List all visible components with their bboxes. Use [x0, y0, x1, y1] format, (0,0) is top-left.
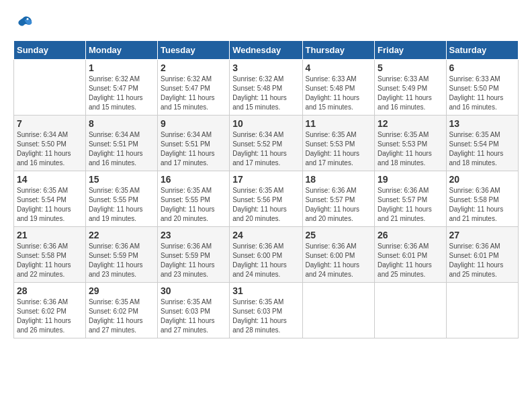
day-info: Sunrise: 6:33 AMSunset: 5:48 PMDaylight:… [306, 75, 372, 112]
day-info: Sunrise: 6:36 AMSunset: 6:01 PMDaylight:… [378, 242, 443, 279]
day-info: Sunrise: 6:34 AMSunset: 5:50 PMDaylight:… [17, 130, 83, 168]
calendar-cell: 23Sunrise: 6:36 AMSunset: 5:59 PMDayligh… [157, 227, 229, 283]
day-number: 15 [89, 174, 154, 185]
day-number: 17 [232, 174, 299, 185]
calendar-cell: 31Sunrise: 6:35 AMSunset: 6:03 PMDayligh… [230, 283, 302, 338]
calendar-cell: 12Sunrise: 6:35 AMSunset: 5:53 PMDayligh… [375, 116, 446, 171]
day-info: Sunrise: 6:36 AMSunset: 5:58 PMDaylight:… [17, 242, 83, 279]
calendar-cell: 16Sunrise: 6:35 AMSunset: 5:55 PMDayligh… [157, 171, 229, 227]
calendar-week-row: 21Sunrise: 6:36 AMSunset: 5:58 PMDayligh… [14, 227, 519, 283]
calendar-cell: 21Sunrise: 6:36 AMSunset: 5:58 PMDayligh… [14, 227, 86, 283]
calendar-cell: 17Sunrise: 6:35 AMSunset: 5:56 PMDayligh… [230, 171, 302, 227]
day-info: Sunrise: 6:35 AMSunset: 6:02 PMDaylight:… [89, 298, 154, 335]
calendar-cell: 29Sunrise: 6:35 AMSunset: 6:02 PMDayligh… [85, 283, 157, 338]
calendar-table: SundayMondayTuesdayWednesdayThursdayFrid… [13, 40, 519, 338]
day-number: 31 [232, 285, 299, 296]
calendar-cell: 27Sunrise: 6:36 AMSunset: 6:01 PMDayligh… [446, 227, 518, 283]
calendar-cell: 26Sunrise: 6:36 AMSunset: 6:01 PMDayligh… [375, 227, 446, 283]
day-number: 22 [89, 230, 154, 240]
day-info: Sunrise: 6:35 AMSunset: 6:03 PMDaylight:… [232, 298, 299, 335]
calendar-cell [375, 283, 446, 338]
day-info: Sunrise: 6:36 AMSunset: 6:00 PMDaylight:… [232, 242, 299, 279]
day-number: 30 [161, 285, 226, 296]
day-info: Sunrise: 6:33 AMSunset: 5:50 PMDaylight:… [449, 75, 515, 112]
column-header-wednesday: Wednesday [230, 41, 302, 60]
day-info: Sunrise: 6:36 AMSunset: 6:01 PMDaylight:… [449, 242, 515, 279]
day-info: Sunrise: 6:32 AMSunset: 5:47 PMDaylight:… [89, 75, 154, 112]
day-number: 2 [161, 62, 226, 73]
calendar-cell: 7Sunrise: 6:34 AMSunset: 5:50 PMDaylight… [14, 116, 86, 171]
day-info: Sunrise: 6:35 AMSunset: 5:55 PMDaylight:… [89, 186, 154, 224]
day-number: 1 [89, 62, 154, 73]
calendar-header-row: SundayMondayTuesdayWednesdayThursdayFrid… [14, 41, 519, 60]
logo-bird-icon [13, 13, 34, 34]
column-header-saturday: Saturday [446, 41, 518, 60]
calendar-cell: 10Sunrise: 6:34 AMSunset: 5:52 PMDayligh… [230, 116, 302, 171]
calendar-cell: 20Sunrise: 6:36 AMSunset: 5:58 PMDayligh… [446, 171, 518, 227]
column-header-monday: Monday [85, 41, 157, 60]
calendar-cell: 24Sunrise: 6:36 AMSunset: 6:00 PMDayligh… [230, 227, 302, 283]
day-info: Sunrise: 6:35 AMSunset: 5:53 PMDaylight:… [306, 130, 372, 168]
calendar-cell: 28Sunrise: 6:36 AMSunset: 6:02 PMDayligh… [14, 283, 86, 338]
calendar-cell: 3Sunrise: 6:32 AMSunset: 5:48 PMDaylight… [230, 60, 302, 116]
day-number: 25 [306, 230, 372, 240]
day-number: 6 [449, 62, 515, 73]
calendar-cell: 15Sunrise: 6:35 AMSunset: 5:55 PMDayligh… [85, 171, 157, 227]
calendar-cell: 25Sunrise: 6:36 AMSunset: 6:00 PMDayligh… [302, 227, 375, 283]
calendar-cell: 4Sunrise: 6:33 AMSunset: 5:48 PMDaylight… [302, 60, 375, 116]
day-info: Sunrise: 6:36 AMSunset: 5:58 PMDaylight:… [449, 186, 515, 224]
day-info: Sunrise: 6:36 AMSunset: 5:59 PMDaylight:… [161, 242, 226, 279]
day-info: Sunrise: 6:33 AMSunset: 5:49 PMDaylight:… [378, 75, 443, 112]
day-number: 29 [89, 285, 154, 296]
calendar-cell: 22Sunrise: 6:36 AMSunset: 5:59 PMDayligh… [85, 227, 157, 283]
day-info: Sunrise: 6:35 AMSunset: 6:03 PMDaylight:… [161, 298, 226, 335]
logo [13, 13, 36, 34]
calendar-cell [446, 283, 518, 338]
calendar-cell: 6Sunrise: 6:33 AMSunset: 5:50 PMDaylight… [446, 60, 518, 116]
svg-point-0 [27, 18, 29, 20]
day-number: 14 [17, 174, 83, 185]
calendar-cell: 19Sunrise: 6:36 AMSunset: 5:57 PMDayligh… [375, 171, 446, 227]
calendar-cell: 9Sunrise: 6:34 AMSunset: 5:51 PMDaylight… [157, 116, 229, 171]
column-header-thursday: Thursday [302, 41, 375, 60]
page-header [13, 13, 519, 34]
day-number: 21 [17, 230, 83, 240]
day-number: 16 [161, 174, 226, 185]
calendar-cell: 8Sunrise: 6:34 AMSunset: 5:51 PMDaylight… [85, 116, 157, 171]
day-number: 27 [449, 230, 515, 240]
day-info: Sunrise: 6:34 AMSunset: 5:52 PMDaylight:… [232, 130, 299, 168]
calendar-cell: 5Sunrise: 6:33 AMSunset: 5:49 PMDaylight… [375, 60, 446, 116]
day-info: Sunrise: 6:34 AMSunset: 5:51 PMDaylight:… [161, 130, 226, 168]
day-info: Sunrise: 6:35 AMSunset: 5:54 PMDaylight:… [449, 130, 515, 168]
day-number: 9 [161, 118, 226, 129]
day-number: 4 [306, 62, 372, 73]
day-info: Sunrise: 6:36 AMSunset: 5:57 PMDaylight:… [306, 186, 372, 224]
calendar-week-row: 7Sunrise: 6:34 AMSunset: 5:50 PMDaylight… [14, 116, 519, 171]
day-info: Sunrise: 6:36 AMSunset: 5:59 PMDaylight:… [89, 242, 154, 279]
day-info: Sunrise: 6:32 AMSunset: 5:47 PMDaylight:… [161, 75, 226, 112]
day-number: 13 [449, 118, 515, 129]
column-header-friday: Friday [375, 41, 446, 60]
day-info: Sunrise: 6:35 AMSunset: 5:56 PMDaylight:… [232, 186, 299, 224]
calendar-week-row: 28Sunrise: 6:36 AMSunset: 6:02 PMDayligh… [14, 283, 519, 338]
day-number: 7 [17, 118, 83, 129]
calendar-cell: 2Sunrise: 6:32 AMSunset: 5:47 PMDaylight… [157, 60, 229, 116]
day-number: 8 [89, 118, 154, 129]
calendar-cell: 1Sunrise: 6:32 AMSunset: 5:47 PMDaylight… [85, 60, 157, 116]
day-info: Sunrise: 6:32 AMSunset: 5:48 PMDaylight:… [232, 75, 299, 112]
day-info: Sunrise: 6:35 AMSunset: 5:55 PMDaylight:… [161, 186, 226, 224]
day-info: Sunrise: 6:36 AMSunset: 6:00 PMDaylight:… [306, 242, 372, 279]
calendar-cell: 11Sunrise: 6:35 AMSunset: 5:53 PMDayligh… [302, 116, 375, 171]
calendar-cell: 13Sunrise: 6:35 AMSunset: 5:54 PMDayligh… [446, 116, 518, 171]
column-header-sunday: Sunday [14, 41, 86, 60]
calendar-week-row: 1Sunrise: 6:32 AMSunset: 5:47 PMDaylight… [14, 60, 519, 116]
day-number: 19 [378, 174, 443, 185]
day-info: Sunrise: 6:35 AMSunset: 5:53 PMDaylight:… [378, 130, 443, 168]
day-number: 12 [378, 118, 443, 129]
calendar-cell: 14Sunrise: 6:35 AMSunset: 5:54 PMDayligh… [14, 171, 86, 227]
day-number: 18 [306, 174, 372, 185]
calendar-cell: 18Sunrise: 6:36 AMSunset: 5:57 PMDayligh… [302, 171, 375, 227]
day-info: Sunrise: 6:36 AMSunset: 5:57 PMDaylight:… [378, 186, 443, 224]
day-info: Sunrise: 6:34 AMSunset: 5:51 PMDaylight:… [89, 130, 154, 168]
day-number: 3 [232, 62, 299, 73]
